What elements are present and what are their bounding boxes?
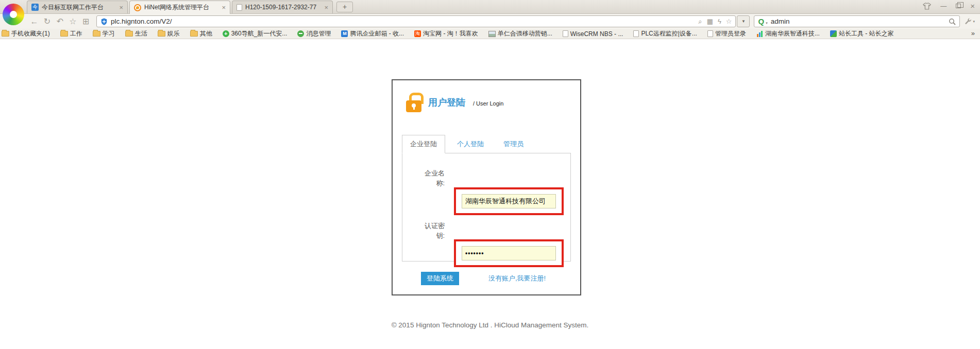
blank-page-icon (236, 4, 242, 11)
favorite-star-icon[interactable]: ☆ (66, 16, 79, 26)
url-history-dropdown-icon[interactable]: ▼ (737, 15, 750, 27)
lock-icon (405, 93, 423, 112)
folder-icon (158, 31, 165, 37)
search-bar[interactable]: Q ▾ (754, 15, 960, 27)
tab-personal-login[interactable]: 个人登陆 (449, 135, 492, 153)
new-tab-button[interactable]: + (336, 2, 353, 12)
login-subtitle: / User Login (473, 100, 503, 107)
collect-icon[interactable]: ⊞ (79, 16, 92, 26)
bookmark-webmaster-tools[interactable]: 站长工具 - 站长之家 (830, 29, 894, 38)
wrench-icon (964, 18, 972, 25)
restore-icon[interactable] (956, 2, 961, 11)
login-card: 用户登陆 / User Login 企业登陆 个人登陆 管理员 企业名称: 认证… (392, 79, 581, 295)
bookmark-message-mgmt[interactable]: 消息管理 (297, 29, 331, 38)
close-icon[interactable]: × (970, 2, 975, 11)
tab-close-icon[interactable]: × (119, 4, 123, 11)
lightning-speed-icon[interactable]: ϟ (718, 18, 721, 25)
tab-jinmubiao[interactable]: 今 今目标互联网工作平台 × (27, 1, 128, 13)
bookmarks-overflow-chevron-icon[interactable]: » (971, 29, 975, 37)
bookmark-wisecrm[interactable]: WiseCRM NBS - ... (563, 30, 623, 38)
bookmark-360-nav[interactable]: +360导航_新一代安... (223, 29, 288, 38)
back-icon[interactable]: ← (28, 17, 41, 26)
enterprise-name-input[interactable] (462, 194, 556, 208)
bookmark-label: 工作 (70, 29, 82, 38)
auth-key-label: 认证密钥: (419, 215, 445, 241)
tab-hinet-active[interactable]: HiNet网络系统管理平台 × (129, 1, 230, 14)
bookmark-label: 娱乐 (167, 29, 180, 38)
login-title: 用户登陆 (428, 96, 465, 109)
auth-key-input[interactable] (462, 246, 556, 260)
login-header: 用户登陆 / User Login (405, 93, 580, 112)
search-input[interactable] (771, 18, 948, 25)
keyhole-shape (412, 103, 416, 108)
tools-wrench-button[interactable]: ▾ (964, 18, 975, 25)
bookmark-label: 学习 (103, 29, 115, 38)
auth-key-field-group: 认证密钥: (402, 215, 570, 268)
tab-title: HiNet网络系统管理平台 (144, 3, 218, 12)
zoom-icon[interactable]: ⌕ (698, 18, 702, 26)
webmaster-tool-icon (830, 30, 837, 37)
bookmark-label: 360导航_新一代安... (231, 29, 288, 38)
tab-close-icon[interactable]: × (222, 4, 226, 11)
window-controls: — × (923, 2, 975, 11)
copyright-footer: © 2015 Hignton Technology Ltd . HiCloud … (0, 321, 980, 329)
navigation-toolbar: ← ↻ ↶ ☆ ⊞ ⌕ ▦ ϟ ☆ ▼ Q ▾ (0, 14, 980, 29)
bookmarks-bar: 手机收藏夹(1) 工作 学习 生活 娱乐 其他 +360导航_新一代安... 消… (0, 29, 980, 39)
undo-icon[interactable]: ↶ (54, 16, 66, 26)
folder-icon (60, 31, 68, 37)
search-engine-logo[interactable]: Q (758, 18, 764, 25)
bookmark-label: 消息管理 (306, 29, 331, 38)
qr-code-icon[interactable]: ▦ (707, 18, 713, 25)
minimize-icon[interactable]: — (940, 2, 947, 11)
bookmark-taobao[interactable]: 淘淘宝网 - 淘！我喜欢 (414, 29, 478, 38)
browser-menu-logo[interactable] (3, 4, 24, 25)
page-icon (563, 30, 568, 37)
tab-title: 今目标互联网工作平台 (42, 3, 116, 12)
login-submit-button[interactable]: 登陆系统 (421, 272, 459, 285)
bookmark-label: 湖南华辰智通科技... (765, 29, 820, 38)
bookmark-label: 淘宝网 - 淘！我喜欢 (423, 29, 478, 38)
red-annotation-box (454, 187, 564, 215)
bookmark-tencent-mail[interactable]: M腾讯企业邮箱 - 收... (341, 29, 404, 38)
folder-icon (93, 31, 100, 37)
search-engine-dropdown-icon[interactable]: ▾ (766, 21, 768, 25)
site-shield-icon[interactable] (100, 18, 108, 26)
bookmark-shanren-marketing[interactable]: 单仁合强移动营销... (488, 29, 552, 38)
theme-skin-icon[interactable] (923, 3, 931, 10)
register-link[interactable]: 没有账户,我要注册! (488, 274, 546, 283)
bar-chart-icon (756, 31, 763, 37)
bookmark-label: 单仁合强移动营销... (498, 29, 552, 38)
tab-close-icon[interactable]: × (324, 4, 328, 11)
address-bar[interactable]: ⌕ ▦ ϟ ☆ (96, 15, 736, 27)
bookmark-label: 手机收藏夹(1) (11, 29, 50, 38)
bookmark-other-folder[interactable]: 其他 (190, 29, 212, 38)
bookmark-study-folder[interactable]: 学习 (93, 29, 115, 38)
bookmark-label: WiseCRM NBS - ... (570, 30, 623, 38)
url-action-icons: ⌕ ▦ ϟ ☆ (698, 18, 732, 26)
tab-title: H120-1509-1617-2932-77 (245, 4, 321, 11)
enterprise-name-field-group: 企业名称: (402, 153, 570, 215)
restore-glyph (956, 4, 961, 8)
login-form-panel: 企业名称: 认证密钥: (402, 153, 571, 261)
search-icon[interactable] (949, 18, 956, 25)
bookmark-admin-login[interactable]: 管理员登录 (707, 29, 746, 38)
bookmark-work-folder[interactable]: 工作 (60, 29, 82, 38)
tab-enterprise-login[interactable]: 企业登陆 (402, 135, 445, 153)
bookmark-entertainment-folder[interactable]: 娱乐 (158, 29, 180, 38)
bookmark-life-folder[interactable]: 生活 (125, 29, 147, 38)
bookmark-star-icon[interactable]: ☆ (726, 18, 732, 25)
jinmubiao-tab-icon: 今 (31, 4, 39, 11)
folder-icon (2, 31, 9, 37)
web-page: 用户登陆 / User Login 企业登陆 个人登陆 管理员 企业名称: 认证… (0, 39, 980, 348)
tab-administrator[interactable]: 管理员 (496, 135, 531, 153)
refresh-icon[interactable]: ↻ (41, 16, 54, 26)
bookmark-huachen-tech[interactable]: 湖南华辰智通科技... (756, 29, 820, 38)
bookmark-label: 站长工具 - 站长之家 (839, 29, 894, 38)
green-circle-icon (297, 30, 304, 37)
bookmark-plc-monitor[interactable]: PLC远程监控|设备... (633, 29, 697, 38)
url-input[interactable] (111, 18, 695, 25)
bookmark-label: 生活 (135, 29, 147, 38)
bookmark-label: 腾讯企业邮箱 - 收... (350, 29, 404, 38)
tab-h120[interactable]: H120-1509-1617-2932-77 × (232, 1, 333, 13)
bookmark-mobile-favorites[interactable]: 手机收藏夹(1) (2, 29, 50, 38)
